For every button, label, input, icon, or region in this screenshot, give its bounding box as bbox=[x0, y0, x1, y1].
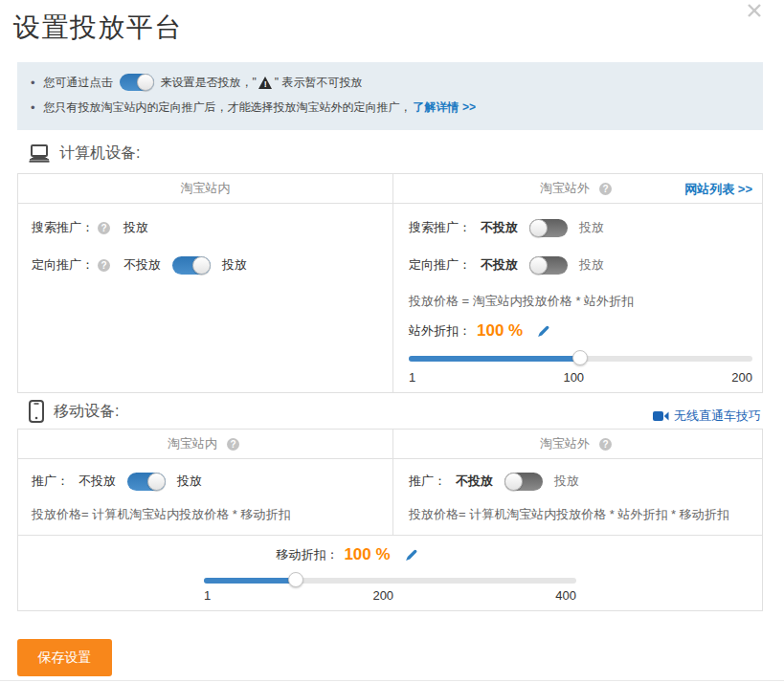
set-platform-dialog: 设置投放平台 • 您可通过点击 来设置是否投放，" ! " 表示暂不可投放 • … bbox=[0, 0, 784, 683]
help-icon[interactable]: ? bbox=[599, 438, 612, 451]
computer-icon bbox=[29, 144, 50, 163]
dialog-bottom-edge bbox=[0, 680, 784, 681]
help-icon[interactable]: ? bbox=[599, 183, 612, 195]
wireless-tips-link[interactable]: 无线直通车技巧 bbox=[653, 408, 761, 425]
notice-box: • 您可通过点击 来设置是否投放，" ! " 表示暂不可投放 • 您只有投放淘宝… bbox=[17, 62, 763, 130]
help-icon[interactable]: ? bbox=[98, 259, 110, 272]
outside-discount-slider: 1 100 200 bbox=[409, 356, 752, 385]
mobile-section-heading: 移动设备: bbox=[29, 400, 119, 423]
computer-outside-target-toggle[interactable] bbox=[529, 256, 568, 275]
outside-discount-value: 100 % bbox=[477, 321, 523, 341]
mobile-outside-toggle[interactable] bbox=[504, 473, 543, 491]
example-toggle bbox=[120, 74, 154, 91]
mobile-discount-row: 移动折扣： 100 % 1 200 400 bbox=[18, 535, 762, 610]
header-taobao-outside: 淘宝站外 ? bbox=[392, 430, 762, 458]
mobile-icon bbox=[29, 400, 44, 423]
mobile-inside-cell: 推广： 不投放 投放 投放价格= 计算机淘宝站内投放价格 * 移动折扣 bbox=[18, 459, 392, 535]
search-promo-row: 搜索推广： 不投放 投放 bbox=[409, 217, 752, 238]
close-icon[interactable] bbox=[746, 2, 763, 19]
help-icon[interactable]: ? bbox=[227, 438, 239, 451]
price-formula: 投放价格 = 淘宝站内投放价格 * 站外折扣 bbox=[409, 292, 752, 311]
computer-outside-cell: 搜索推广： 不投放 投放 定向推广： 不投放 投放 投放价格 = 淘宝站内投放价… bbox=[392, 204, 762, 392]
slider-track[interactable] bbox=[409, 356, 752, 362]
learn-more-link[interactable]: 了解详情 >> bbox=[414, 99, 476, 116]
computer-table: 淘宝站内 淘宝站外 ? 网站列表 >> 搜索推广： ? 投放 定向推广： ? bbox=[17, 173, 763, 393]
header-taobao-inside: 淘宝站内 ? bbox=[18, 430, 392, 458]
notice-line-2: • 您只有投放淘宝站内的定向推广后，才能选择投放淘宝站外的定向推广， 了解详情 … bbox=[31, 95, 750, 120]
page-title: 设置投放平台 bbox=[13, 10, 183, 46]
search-promo-row: 搜索推广： ? 投放 bbox=[32, 217, 377, 238]
slider-thumb[interactable] bbox=[572, 350, 588, 365]
outside-discount-row: 站外折扣： 100 % bbox=[409, 320, 752, 342]
promo-row: 推广： 不投放 投放 bbox=[409, 471, 752, 492]
price-formula: 投放价格= 计算机淘宝站内投放价格 * 站外折扣 * 移动折扣 bbox=[409, 505, 752, 524]
mobile-table: 淘宝站内 ? 淘宝站外 ? 推广： 不投放 投放 投放价格= 计算机淘宝站内投放… bbox=[17, 429, 763, 611]
computer-inside-target-toggle[interactable] bbox=[172, 256, 211, 275]
edit-icon[interactable] bbox=[404, 548, 418, 562]
mobile-outside-cell: 推广： 不投放 投放 投放价格= 计算机淘宝站内投放价格 * 站外折扣 * 移动… bbox=[392, 459, 762, 535]
promo-row: 推广： 不投放 投放 bbox=[32, 471, 377, 492]
header-taobao-inside: 淘宝站内 bbox=[18, 174, 392, 203]
target-promo-row: 定向推广： ? 不投放 投放 bbox=[32, 254, 377, 275]
mobile-discount-value: 100 % bbox=[344, 545, 390, 564]
video-icon bbox=[653, 410, 669, 422]
warning-icon: ! bbox=[258, 77, 273, 89]
save-settings-button[interactable]: 保存设置 bbox=[17, 639, 112, 676]
slider-thumb[interactable] bbox=[288, 572, 303, 587]
website-list-link[interactable]: 网站列表 >> bbox=[684, 181, 752, 198]
price-formula: 投放价格= 计算机淘宝站内投放价格 * 移动折扣 bbox=[32, 505, 377, 524]
target-promo-row: 定向推广： 不投放 投放 bbox=[409, 254, 752, 275]
mobile-inside-toggle[interactable] bbox=[127, 473, 166, 491]
help-icon[interactable]: ? bbox=[98, 222, 110, 234]
computer-section-heading: 计算机设备: bbox=[29, 143, 140, 164]
notice-line-1: • 您可通过点击 来设置是否投放，" ! " 表示暂不可投放 bbox=[31, 70, 750, 95]
computer-inside-cell: 搜索推广： ? 投放 定向推广： ? 不投放 投放 bbox=[18, 204, 392, 392]
computer-outside-search-toggle[interactable] bbox=[529, 219, 568, 237]
header-taobao-outside: 淘宝站外 ? 网站列表 >> bbox=[392, 174, 762, 203]
edit-icon[interactable] bbox=[536, 324, 550, 339]
mobile-discount-slider[interactable] bbox=[204, 578, 576, 584]
